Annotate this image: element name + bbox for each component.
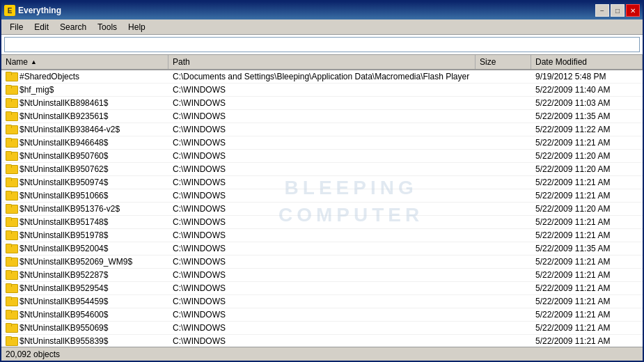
cell-path: C:\WINDOWS: [168, 308, 476, 321]
table-row[interactable]: $hf_mig$ C:\WINDOWS 5/22/2009 11:40 AM: [1, 84, 643, 97]
cell-date: 5/22/2009 11:21 AM: [531, 255, 643, 268]
cell-date: 5/22/2009 11:40 AM: [531, 84, 643, 96]
table-row[interactable]: $NtUninstallKB946648$ C:\WINDOWS 5/22/20…: [1, 136, 643, 150]
cell-name: $NtUninstallKB951748$: [1, 216, 168, 228]
table-row[interactable]: $NtUninstallKB898461$ C:\WINDOWS 5/22/20…: [1, 97, 643, 110]
cell-size: [476, 189, 531, 202]
folder-icon: [6, 310, 17, 320]
table-row[interactable]: $NtUninstallKB951748$ C:\WINDOWS 5/22/20…: [1, 216, 643, 229]
table-row[interactable]: #SharedObjects C:\Documents and Settings…: [1, 70, 643, 84]
cell-date: 5/22/2009 11:35 AM: [531, 242, 643, 255]
table-row[interactable]: $NtUninstallKB950760$ C:\WINDOWS 5/22/20…: [1, 150, 643, 163]
close-button[interactable]: ✕: [626, 4, 640, 17]
cell-name: $NtUninstallKB898461$: [1, 97, 168, 109]
table-row[interactable]: $NtUninstallKB954600$ C:\WINDOWS 5/22/20…: [1, 308, 643, 322]
col-header-name[interactable]: Name ▲: [1, 55, 168, 69]
col-header-size[interactable]: Size: [476, 55, 531, 69]
cell-size: [476, 203, 531, 215]
cell-name: $NtUninstallKB946648$: [1, 136, 168, 149]
cell-date: 5/22/2009 11:21 AM: [531, 189, 643, 202]
folder-icon: [6, 85, 17, 95]
cell-size: [476, 123, 531, 136]
cell-path: C:\WINDOWS: [168, 282, 476, 294]
cell-date: 5/22/2009 11:21 AM: [531, 322, 643, 334]
cell-path: C:\WINDOWS: [168, 163, 476, 175]
cell-date: 5/22/2009 11:20 AM: [531, 150, 643, 162]
search-bar: [1, 35, 643, 55]
table-row[interactable]: $NtUninstallKB950762$ C:\WINDOWS 5/22/20…: [1, 163, 643, 176]
table-body[interactable]: #SharedObjects C:\Documents and Settings…: [1, 70, 643, 347]
cell-path: C:\WINDOWS: [168, 150, 476, 162]
cell-size: [476, 282, 531, 294]
cell-path: C:\WINDOWS: [168, 229, 476, 242]
folder-icon: [6, 336, 17, 346]
cell-path: C:\WINDOWS: [168, 242, 476, 255]
search-input[interactable]: [4, 37, 640, 52]
cell-path: C:\WINDOWS: [168, 255, 476, 268]
app-icon: E: [4, 5, 15, 16]
window-title: Everything: [18, 6, 61, 15]
table-row[interactable]: $NtUninstallKB951978$ C:\WINDOWS 5/22/20…: [1, 229, 643, 242]
table-row[interactable]: $NtUninstallKB938464-v2$ C:\WINDOWS 5/22…: [1, 123, 643, 136]
cell-size: [476, 110, 531, 123]
cell-size: [476, 242, 531, 255]
minimize-button[interactable]: −: [595, 4, 609, 17]
cell-size: [476, 229, 531, 242]
cell-name: $NtUninstallKB950760$: [1, 150, 168, 162]
folder-icon: [6, 191, 17, 200]
col-header-date[interactable]: Date Modified: [531, 55, 643, 69]
table-row[interactable]: $NtUninstallKB951066$ C:\WINDOWS 5/22/20…: [1, 189, 643, 203]
cell-name: $NtUninstallKB923561$: [1, 110, 168, 123]
cell-date: 5/22/2009 11:21 AM: [531, 282, 643, 294]
folder-icon: [6, 217, 17, 227]
menu-edit[interactable]: Edit: [29, 21, 54, 33]
table-row[interactable]: $NtUninstallKB952287$ C:\WINDOWS 5/22/20…: [1, 269, 643, 282]
col-header-path[interactable]: Path: [168, 55, 476, 69]
folder-icon: [6, 125, 17, 134]
maximize-button[interactable]: □: [611, 4, 625, 17]
table-row[interactable]: $NtUninstallKB950974$ C:\WINDOWS 5/22/20…: [1, 176, 643, 189]
folder-icon: [6, 297, 17, 306]
table-header: Name ▲ Path Size Date Modified: [1, 55, 643, 70]
cell-path: C:\WINDOWS: [168, 84, 476, 96]
cell-size: [476, 216, 531, 228]
cell-date: 5/22/2009 11:22 AM: [531, 123, 643, 136]
cell-path: C:\WINDOWS: [168, 97, 476, 109]
menu-file[interactable]: File: [4, 21, 29, 33]
cell-date: 5/22/2009 11:35 AM: [531, 110, 643, 123]
cell-size: [476, 136, 531, 149]
cell-name: $NtUninstallKB952954$: [1, 282, 168, 294]
menu-search[interactable]: Search: [54, 21, 92, 33]
table-row[interactable]: $NtUninstallKB952069_WM9$ C:\WINDOWS 5/2…: [1, 255, 643, 269]
cell-date: 5/22/2009 11:21 AM: [531, 335, 643, 347]
cell-name: $NtUninstallKB950762$: [1, 163, 168, 175]
table-row[interactable]: $NtUninstallKB923561$ C:\WINDOWS 5/22/20…: [1, 110, 643, 123]
table-row[interactable]: $NtUninstallKB955839$ C:\WINDOWS 5/22/20…: [1, 335, 643, 347]
cell-name: $NtUninstallKB952069_WM9$: [1, 255, 168, 268]
table-row[interactable]: $NtUninstallKB954459$ C:\WINDOWS 5/22/20…: [1, 295, 643, 308]
status-bar: 20,092 objects: [1, 347, 643, 361]
cell-name: $NtUninstallKB951066$: [1, 189, 168, 202]
table-row[interactable]: $NtUninstallKB955069$ C:\WINDOWS 5/22/20…: [1, 322, 643, 335]
cell-name: $NtUninstallKB954459$: [1, 295, 168, 308]
cell-name: $NtUninstallKB952004$: [1, 242, 168, 255]
cell-size: [476, 70, 531, 83]
cell-path: C:\Documents and Settings\Bleeping\Appli…: [168, 70, 476, 83]
cell-size: [476, 335, 531, 347]
table-row[interactable]: $NtUninstallKB952954$ C:\WINDOWS 5/22/20…: [1, 282, 643, 295]
folder-icon: [6, 72, 17, 81]
folder-icon: [6, 204, 17, 214]
cell-size: [476, 84, 531, 96]
cell-name: $NtUninstallKB950974$: [1, 176, 168, 189]
status-count: 20,092 objects: [6, 349, 60, 359]
cell-name: #SharedObjects: [1, 70, 168, 83]
folder-icon: [6, 270, 17, 280]
cell-name: $NtUninstallKB954600$: [1, 308, 168, 321]
table-row[interactable]: $NtUninstallKB951376-v2$ C:\WINDOWS 5/22…: [1, 203, 643, 216]
cell-path: C:\WINDOWS: [168, 322, 476, 334]
cell-size: [476, 308, 531, 321]
table-row[interactable]: $NtUninstallKB952004$ C:\WINDOWS 5/22/20…: [1, 242, 643, 255]
menu-tools[interactable]: Tools: [92, 21, 123, 33]
cell-size: [476, 176, 531, 189]
menu-help[interactable]: Help: [123, 21, 151, 33]
